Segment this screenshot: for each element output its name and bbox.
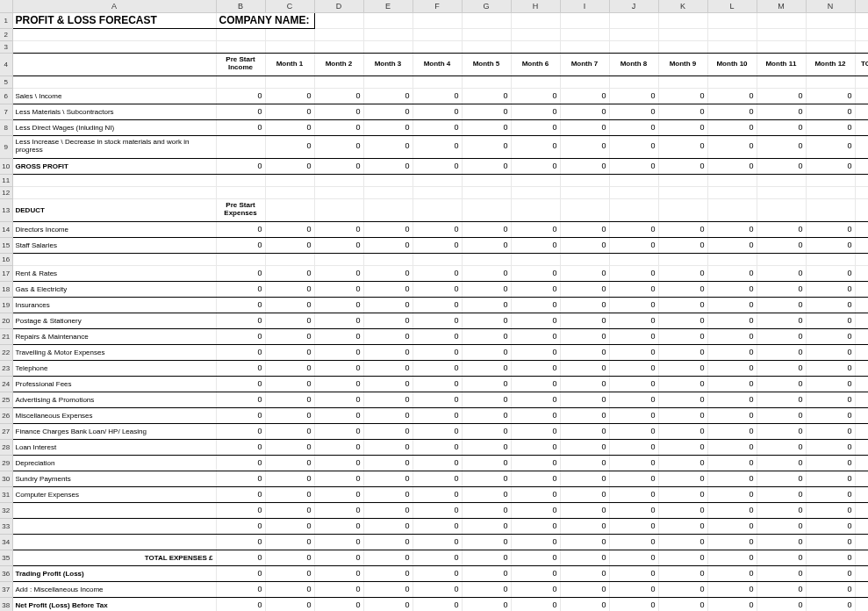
cell[interactable]: [658, 186, 707, 198]
value-cell[interactable]: 0: [609, 423, 658, 439]
col-header-C[interactable]: C: [265, 0, 314, 12]
value-cell[interactable]: 0: [314, 135, 363, 158]
cell[interactable]: [462, 198, 511, 221]
row-header-29[interactable]: 29: [0, 455, 12, 471]
value-cell[interactable]: 0: [511, 313, 560, 328]
value-cell[interactable]: 0: [757, 597, 806, 611]
value-cell[interactable]: 0: [757, 313, 806, 328]
value-cell[interactable]: 0: [757, 423, 806, 439]
value-cell[interactable]: 0: [363, 565, 412, 581]
value-cell[interactable]: 0: [511, 344, 560, 360]
cell[interactable]: [707, 12, 757, 28]
expense-row-label[interactable]: Professional Fees: [12, 376, 216, 392]
cell[interactable]: [412, 28, 462, 40]
value-cell[interactable]: 0: [609, 313, 658, 328]
value-cell[interactable]: 0: [609, 502, 658, 518]
cell[interactable]: [363, 12, 412, 28]
col-header-A[interactable]: A: [12, 0, 216, 12]
row-header-14[interactable]: 14: [0, 221, 12, 237]
cell[interactable]: [314, 40, 363, 53]
value-cell[interactable]: 0: [806, 392, 855, 407]
value-cell[interactable]: 0: [314, 237, 363, 253]
value-cell[interactable]: 0: [216, 281, 265, 297]
misc-income-label[interactable]: Add : Miscellaneous Income: [12, 581, 216, 597]
value-cell[interactable]: 0: [462, 158, 511, 174]
value-cell[interactable]: 0: [314, 88, 363, 104]
value-cell[interactable]: 0: [560, 392, 609, 407]
value-cell[interactable]: 0: [412, 237, 462, 253]
cell[interactable]: [658, 75, 707, 88]
value-cell[interactable]: 0: [560, 344, 609, 360]
value-cell[interactable]: 0: [511, 471, 560, 486]
cell[interactable]: [658, 12, 707, 28]
value-cell[interactable]: 0: [658, 237, 707, 253]
value-cell[interactable]: 0: [265, 518, 314, 534]
value-cell[interactable]: 0: [314, 376, 363, 392]
value-cell[interactable]: 0: [511, 439, 560, 455]
value-cell[interactable]: 0: [412, 119, 462, 135]
value-cell[interactable]: 0: [363, 313, 412, 328]
value-cell[interactable]: 0: [216, 550, 265, 565]
value-cell[interactable]: 0: [707, 119, 757, 135]
value-cell[interactable]: 0: [511, 119, 560, 135]
value-cell[interactable]: 0: [511, 88, 560, 104]
cell[interactable]: [314, 186, 363, 198]
cell[interactable]: [855, 186, 868, 198]
value-cell[interactable]: 0: [314, 565, 363, 581]
value-cell[interactable]: 0: [216, 297, 265, 313]
value-cell[interactable]: 0: [757, 221, 806, 237]
value-cell[interactable]: 0: [658, 502, 707, 518]
value-cell[interactable]: 0: [216, 502, 265, 518]
value-cell[interactable]: 0: [412, 439, 462, 455]
value-cell[interactable]: 0: [609, 158, 658, 174]
value-cell[interactable]: 0: [363, 439, 412, 455]
row-header-37[interactable]: 37: [0, 581, 12, 597]
cell[interactable]: [560, 75, 609, 88]
cell[interactable]: [609, 198, 658, 221]
value-cell[interactable]: 0: [462, 221, 511, 237]
value-cell[interactable]: 0: [314, 502, 363, 518]
cell[interactable]: [314, 28, 363, 40]
value-cell[interactable]: 0: [412, 392, 462, 407]
expense-row-label[interactable]: [12, 534, 216, 550]
value-cell[interactable]: 0: [363, 104, 412, 119]
cell[interactable]: [265, 253, 314, 265]
value-cell[interactable]: 0: [363, 297, 412, 313]
value-cell[interactable]: 0: [658, 281, 707, 297]
value-cell[interactable]: 0: [707, 104, 757, 119]
cell[interactable]: [462, 186, 511, 198]
cell[interactable]: [12, 186, 216, 198]
value-cell[interactable]: 0: [757, 407, 806, 423]
expense-row-label[interactable]: Directors Income: [12, 221, 216, 237]
value-cell[interactable]: 0: [412, 360, 462, 376]
value-cell[interactable]: 0: [560, 439, 609, 455]
value-cell[interactable]: 0: [265, 534, 314, 550]
value-cell[interactable]: 0: [462, 423, 511, 439]
value-cell[interactable]: 0: [609, 407, 658, 423]
value-cell[interactable]: 0: [855, 88, 868, 104]
value-cell[interactable]: 0: [412, 550, 462, 565]
value-cell[interactable]: 0: [511, 265, 560, 281]
value-cell[interactable]: 0: [412, 297, 462, 313]
expense-row-label[interactable]: Gas & Electricity: [12, 281, 216, 297]
income-row-label[interactable]: Less Materials \ Subcontractors: [12, 104, 216, 119]
col-header-L[interactable]: L: [707, 0, 757, 12]
cell[interactable]: [265, 28, 314, 40]
expense-row-label[interactable]: Loan Interest: [12, 439, 216, 455]
value-cell[interactable]: 0: [757, 104, 806, 119]
value-cell[interactable]: 0: [658, 221, 707, 237]
value-cell[interactable]: 0: [560, 471, 609, 486]
value-cell[interactable]: 0: [855, 313, 868, 328]
value-cell[interactable]: 0: [707, 502, 757, 518]
value-cell[interactable]: 0: [658, 297, 707, 313]
row-header-8[interactable]: 8: [0, 119, 12, 135]
value-cell[interactable]: 0: [855, 344, 868, 360]
cell[interactable]: [609, 40, 658, 53]
cell[interactable]: [855, 198, 868, 221]
cell[interactable]: [560, 12, 609, 28]
cell[interactable]: [216, 186, 265, 198]
row-header-26[interactable]: 26: [0, 407, 12, 423]
value-cell[interactable]: 0: [757, 502, 806, 518]
value-cell[interactable]: 0: [560, 265, 609, 281]
value-cell[interactable]: 0: [216, 88, 265, 104]
